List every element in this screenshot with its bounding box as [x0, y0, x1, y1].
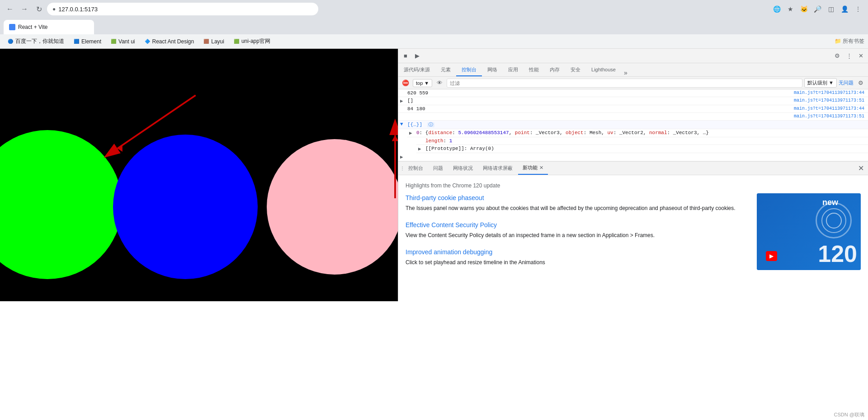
log-link-4[interactable]: main.js?t=1704113971173:51 [794, 114, 866, 119]
bookmark-react-ant[interactable]: 🔷 React Ant Design [141, 37, 198, 46]
tab-performance[interactable]: 性能 [524, 64, 544, 76]
bottom-panel-close-button[interactable]: ✕ [855, 163, 866, 174]
devtools-settings-button[interactable]: ⚙ [832, 51, 843, 61]
log-entry-5: ▼ [{…}] ⓘ [398, 121, 868, 129]
features-panel-content: Highlights from the Chrome 120 update Th… [398, 175, 868, 301]
bottom-tab-features[interactable]: 新功能 ✕ [518, 162, 548, 175]
tab-memory-label: 内存 [550, 66, 560, 73]
yt-inner: ▶ new 120 [757, 193, 861, 270]
inspect-eye-button[interactable]: 👁 [434, 78, 445, 89]
more-button[interactable]: ⋮ [852, 3, 864, 15]
issues-button[interactable]: 无问题 [839, 79, 854, 86]
tab-memory[interactable]: 内存 [544, 64, 565, 76]
green-circle [0, 130, 122, 279]
active-tab[interactable]: React + Vite [4, 20, 94, 34]
yt-120-badge: 120 [818, 242, 857, 266]
settings-cog-button[interactable]: ⚙ [855, 78, 866, 89]
tab-favicon [9, 24, 15, 30]
bookmark-uniapp[interactable]: 🟩 uni-app官网 [230, 37, 274, 46]
download-button[interactable]: ◫ [825, 3, 837, 15]
blue-circle [113, 135, 258, 279]
url-text: 127.0.0.1:5173 [58, 6, 98, 13]
refresh-button[interactable]: ↻ [33, 3, 45, 15]
tab-lighthouse[interactable]: Lighthouse [586, 64, 621, 76]
tab-security[interactable]: 安全 [565, 64, 586, 76]
bottom-tab-issues[interactable]: 问题 [429, 162, 448, 175]
devtools-tabs: 源代码/来源 元素 控制台 网络 应用 性能 内存 [398, 63, 868, 77]
tab-sources[interactable]: 源代码/来源 [398, 64, 435, 76]
youtube-thumbnail[interactable]: ▶ new 120 [757, 193, 861, 270]
devtools-tabs-more[interactable]: » [621, 69, 630, 76]
tab-elements[interactable]: 元素 [435, 64, 456, 76]
context-label: top [416, 80, 423, 86]
chevron-down-icon: ▼ [424, 80, 429, 86]
react-ant-favicon: 🔷 [144, 38, 151, 45]
all-bookmarks-button[interactable]: 📁 所有书签 [835, 37, 864, 45]
baidu-favicon: 🔵 [7, 38, 14, 45]
title-bar: ← → ↻ ● 127.0.0.1:5173 🌐 ★ 🐱 🔎 ◫ 👤 ⋮ [0, 0, 868, 18]
log-expand-arr[interactable]: ▶ [400, 154, 407, 160]
devtools-more-button[interactable]: ⋮ [844, 51, 854, 61]
log-text-8: [[Prototype]]: Array(0) [425, 146, 866, 151]
devtools-secondary-toolbar: ⛔ top ▼ 👁 默认级别 ▼ 无问题 ⚙ [398, 77, 868, 89]
log-expand-5[interactable]: ▼ [400, 121, 407, 127]
svg-marker-5 [392, 135, 398, 141]
log-link-2[interactable]: main.js?t=1704113971173:51 [794, 98, 866, 103]
tab-lighthouse-label: Lighthouse [591, 67, 616, 72]
bottom-tab-console[interactable]: 控制台 [404, 162, 428, 175]
element-favicon: 🟦 [73, 38, 80, 45]
filter-input[interactable] [447, 79, 802, 88]
bookmark-layui[interactable]: 🟫 Layui [199, 37, 228, 46]
console-log-area[interactable]: 620 559 main.js?t=1704113971173:44 ▶ [] … [398, 89, 868, 161]
log-expand-6[interactable]: ▶ [409, 130, 416, 136]
log-text-1: 620 559 [407, 90, 794, 96]
devtools-inspect-button[interactable]: ▶ [412, 51, 423, 61]
tab-application[interactable]: 应用 [503, 64, 524, 76]
log-entry-2: ▶ [] main.js?t=1704113971173:51 [398, 97, 868, 105]
bookmark-baidu[interactable]: 🔵 百度一下，你就知道 [4, 37, 68, 46]
translate-button[interactable]: 🌐 [770, 3, 783, 15]
bookmark-element[interactable]: 🟦 Element [70, 37, 105, 46]
clear-console-button[interactable]: ⛔ [400, 78, 411, 89]
log-entry-3: 84 180 main.js?t=1704113971173:44 [398, 105, 868, 113]
tabs-bar: React + Vite [0, 18, 868, 34]
bookmark-star-button[interactable]: ★ [784, 3, 797, 15]
tab-title: React + Vite [18, 24, 47, 30]
bottom-tab-network-block[interactable]: 网络请求屏蔽 [478, 162, 517, 175]
address-bar[interactable]: ● 127.0.0.1:5173 [47, 3, 318, 15]
uniapp-favicon: 🟩 [233, 38, 240, 45]
log-entry-8: ▶ [[Prototype]]: Array(0) [416, 145, 868, 153]
browser-window: ← → ↻ ● 127.0.0.1:5173 🌐 ★ 🐱 🔎 ◫ 👤 ⋮ Rea… [0, 0, 868, 301]
log-expand-8[interactable]: ▶ [418, 146, 425, 152]
devtools-sidebar-toggle[interactable]: ■ [400, 51, 411, 61]
bookmark-vant[interactable]: 🟩 Vant ui [107, 37, 138, 46]
devtools-close-button[interactable]: ✕ [855, 51, 866, 61]
log-link-3[interactable]: main.js?t=1704113971173:44 [794, 106, 866, 111]
devtools-panel: ■ ▶ ⚙ ⋮ ✕ 源代码/来源 元素 控制台 网络 [398, 49, 868, 301]
profile-actions: 🌐 ★ 🐱 🔎 ◫ 👤 ⋮ [770, 3, 864, 15]
webpage-area[interactable] [0, 49, 398, 301]
bookmarks-bar: 🔵 百度一下，你就知道 🟦 Element 🟩 Vant ui 🔷 React … [0, 34, 868, 49]
issues-label: 无问题 [839, 80, 854, 85]
log-level-select[interactable]: 默认级别 ▼ [804, 78, 837, 88]
bottom-tab-network-block-label: 网络请求屏蔽 [483, 165, 513, 172]
features-tab-close[interactable]: ✕ [539, 165, 543, 171]
bottom-tab-network-status[interactable]: 网络状况 [448, 162, 477, 175]
log-text-7: length: 1 [425, 138, 866, 144]
extensions-button[interactable]: 🔎 [811, 3, 824, 15]
bookmark-react-ant-label: React Ant Design [152, 38, 194, 45]
forward-button[interactable]: → [18, 3, 31, 15]
browser-icon1[interactable]: 🐱 [797, 3, 810, 15]
svg-marker-3 [118, 145, 123, 152]
bookmark-uniapp-label: uni-app官网 [241, 37, 270, 45]
tab-console[interactable]: 控制台 [456, 64, 482, 76]
bottom-tab-network-status-label: 网络状况 [453, 165, 473, 172]
tab-console-label: 控制台 [462, 66, 476, 73]
main-content: ■ ▶ ⚙ ⋮ ✕ 源代码/来源 元素 控制台 网络 [0, 49, 868, 301]
back-button[interactable]: ← [4, 3, 16, 15]
log-expand-2[interactable]: ▶ [400, 98, 407, 104]
context-dropdown[interactable]: top ▼ [413, 79, 432, 87]
tab-network[interactable]: 网络 [482, 64, 503, 76]
profile-button[interactable]: 👤 [838, 3, 851, 15]
log-link-1[interactable]: main.js?t=1704113971173:44 [794, 90, 866, 95]
